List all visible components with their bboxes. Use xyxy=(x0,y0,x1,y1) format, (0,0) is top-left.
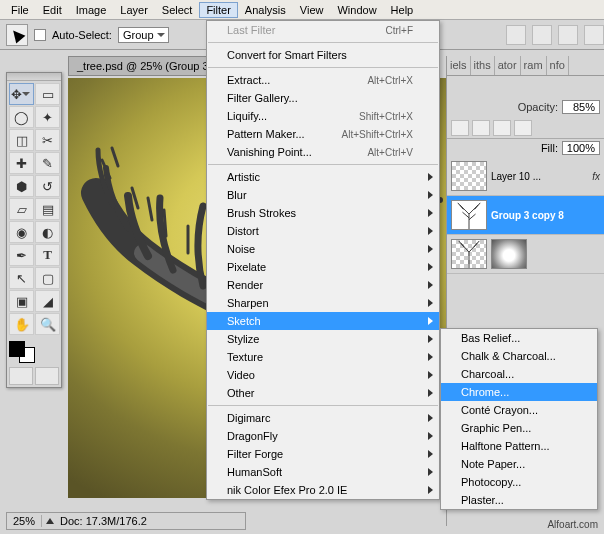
menuitem-chrome[interactable]: Chrome... xyxy=(441,383,597,401)
status-bar: 25% Doc: 17.3M/176.2 xyxy=(6,512,246,530)
crop-tool[interactable]: ◫ xyxy=(9,129,34,151)
lock-pixels-button[interactable] xyxy=(472,120,490,136)
screen-mode-button[interactable] xyxy=(35,367,59,385)
panel-tab[interactable]: ator xyxy=(495,56,521,75)
menuitem-convert-smart[interactable]: Convert for Smart Filters xyxy=(207,46,439,64)
menuitem-chalk-charcoal[interactable]: Chalk & Charcoal... xyxy=(441,347,597,365)
menu-image[interactable]: Image xyxy=(69,2,114,18)
slice-tool[interactable]: ✂ xyxy=(35,129,60,151)
foreground-swatch[interactable] xyxy=(9,341,25,357)
menuitem-filter-gallery[interactable]: Filter Gallery... xyxy=(207,89,439,107)
path-tool[interactable]: ↖ xyxy=(9,267,34,289)
menu-view[interactable]: View xyxy=(293,2,331,18)
lasso-tool[interactable]: ◯ xyxy=(9,106,34,128)
menu-layer[interactable]: Layer xyxy=(113,2,155,18)
eyedropper-tool[interactable]: ◢ xyxy=(35,290,60,312)
menuitem-brush-strokes[interactable]: Brush Strokes xyxy=(207,204,439,222)
notes-tool[interactable]: ▣ xyxy=(9,290,34,312)
menuitem-note-paper[interactable]: Note Paper... xyxy=(441,455,597,473)
hand-tool[interactable]: ✋ xyxy=(9,313,34,335)
blur-tool[interactable]: ◉ xyxy=(9,221,34,243)
menu-edit[interactable]: Edit xyxy=(36,2,69,18)
gradient-tool[interactable]: ▤ xyxy=(35,198,60,220)
layer-row[interactable]: Layer 10 ... fx xyxy=(447,157,604,196)
menuitem-distort[interactable]: Distort xyxy=(207,222,439,240)
opacity-input[interactable]: 85% xyxy=(562,100,600,114)
doc-size: Doc: 17.3M/176.2 xyxy=(54,515,153,527)
menuitem-dragonfly[interactable]: DragonFly xyxy=(207,427,439,445)
zoom-level[interactable]: 25% xyxy=(7,515,42,527)
eraser-tool[interactable]: ▱ xyxy=(9,198,34,220)
align-button[interactable] xyxy=(506,25,526,45)
document-tab[interactable]: _tree.psd @ 25% (Group 3 xyxy=(68,56,218,76)
menu-help[interactable]: Help xyxy=(384,2,421,18)
brush-tool[interactable]: ✎ xyxy=(35,152,60,174)
menuitem-last-filter[interactable]: Last FilterCtrl+F xyxy=(207,21,439,39)
menuitem-render[interactable]: Render xyxy=(207,276,439,294)
layer-row[interactable] xyxy=(447,235,604,274)
menu-filter[interactable]: Filter xyxy=(199,2,237,18)
menuitem-photocopy[interactable]: Photocopy... xyxy=(441,473,597,491)
type-tool[interactable]: T xyxy=(35,244,60,266)
panel-tab[interactable]: nfo xyxy=(547,56,569,75)
menuitem-video[interactable]: Video xyxy=(207,366,439,384)
menuitem-artistic[interactable]: Artistic xyxy=(207,168,439,186)
history-brush-tool[interactable]: ↺ xyxy=(35,175,60,197)
menuitem-stylize[interactable]: Stylize xyxy=(207,330,439,348)
menu-file[interactable]: File xyxy=(4,2,36,18)
menuitem-pattern-maker[interactable]: Pattern Maker...Alt+Shift+Ctrl+X xyxy=(207,125,439,143)
menuitem-blur[interactable]: Blur xyxy=(207,186,439,204)
pen-tool[interactable]: ✒ xyxy=(9,244,34,266)
heal-tool[interactable]: ✚ xyxy=(9,152,34,174)
menuitem-noise[interactable]: Noise xyxy=(207,240,439,258)
layer-row[interactable]: Group 3 copy 8 xyxy=(447,196,604,235)
auto-select-checkbox[interactable] xyxy=(34,29,46,41)
auto-select-dropdown[interactable]: Group xyxy=(118,27,169,43)
menuitem-filter-forge[interactable]: Filter Forge xyxy=(207,445,439,463)
wand-tool[interactable]: ✦ xyxy=(35,106,60,128)
lock-position-button[interactable] xyxy=(493,120,511,136)
marquee-tool[interactable]: ▭ xyxy=(35,83,60,105)
menuitem-texture[interactable]: Texture xyxy=(207,348,439,366)
menu-analysis[interactable]: Analysis xyxy=(238,2,293,18)
menu-window[interactable]: Window xyxy=(330,2,383,18)
menuitem-conte-crayon[interactable]: Conté Crayon... xyxy=(441,401,597,419)
stamp-tool[interactable]: ⬢ xyxy=(9,175,34,197)
quick-mask-button[interactable] xyxy=(9,367,33,385)
menuitem-charcoal[interactable]: Charcoal... xyxy=(441,365,597,383)
menuitem-liquify[interactable]: Liquify...Shift+Ctrl+X xyxy=(207,107,439,125)
panel-tab[interactable]: iths xyxy=(471,56,495,75)
menuitem-halftone-pattern[interactable]: Halftone Pattern... xyxy=(441,437,597,455)
align-button[interactable] xyxy=(532,25,552,45)
color-swatches[interactable] xyxy=(7,337,61,365)
menuitem-sharpen[interactable]: Sharpen xyxy=(207,294,439,312)
align-button[interactable] xyxy=(584,25,604,45)
layers-list: Layer 10 ... fx Group 3 copy 8 xyxy=(447,157,604,274)
menuitem-extract[interactable]: Extract...Alt+Ctrl+X xyxy=(207,71,439,89)
menuitem-humansoft[interactable]: HumanSoft xyxy=(207,463,439,481)
dodge-tool[interactable]: ◐ xyxy=(35,221,60,243)
lock-all-button[interactable] xyxy=(514,120,532,136)
align-button[interactable] xyxy=(558,25,578,45)
panel-tab[interactable]: iels xyxy=(447,56,471,75)
menuitem-plaster[interactable]: Plaster... xyxy=(441,491,597,509)
panel-tab[interactable]: ram xyxy=(521,56,547,75)
sketch-submenu: Bas Relief... Chalk & Charcoal... Charco… xyxy=(440,328,598,510)
menuitem-other[interactable]: Other xyxy=(207,384,439,402)
menuitem-bas-relief[interactable]: Bas Relief... xyxy=(441,329,597,347)
zoom-tool[interactable]: 🔍 xyxy=(35,313,60,335)
menuitem-graphic-pen[interactable]: Graphic Pen... xyxy=(441,419,597,437)
menuitem-nik-color-efex[interactable]: nik Color Efex Pro 2.0 IE xyxy=(207,481,439,499)
menuitem-vanishing-point[interactable]: Vanishing Point...Alt+Ctrl+V xyxy=(207,143,439,161)
menuitem-sketch[interactable]: Sketch xyxy=(207,312,439,330)
fill-input[interactable]: 100% xyxy=(562,141,600,155)
menuitem-pixelate[interactable]: Pixelate xyxy=(207,258,439,276)
fx-badge: fx xyxy=(592,171,600,182)
menu-select[interactable]: Select xyxy=(155,2,200,18)
menuitem-digimarc[interactable]: Digimarc xyxy=(207,409,439,427)
shape-tool[interactable]: ▢ xyxy=(35,267,60,289)
zoom-menu-icon[interactable] xyxy=(46,518,54,524)
opacity-label: Opacity: xyxy=(518,101,558,113)
move-tool[interactable]: ✥ xyxy=(9,83,34,105)
lock-transparent-button[interactable] xyxy=(451,120,469,136)
